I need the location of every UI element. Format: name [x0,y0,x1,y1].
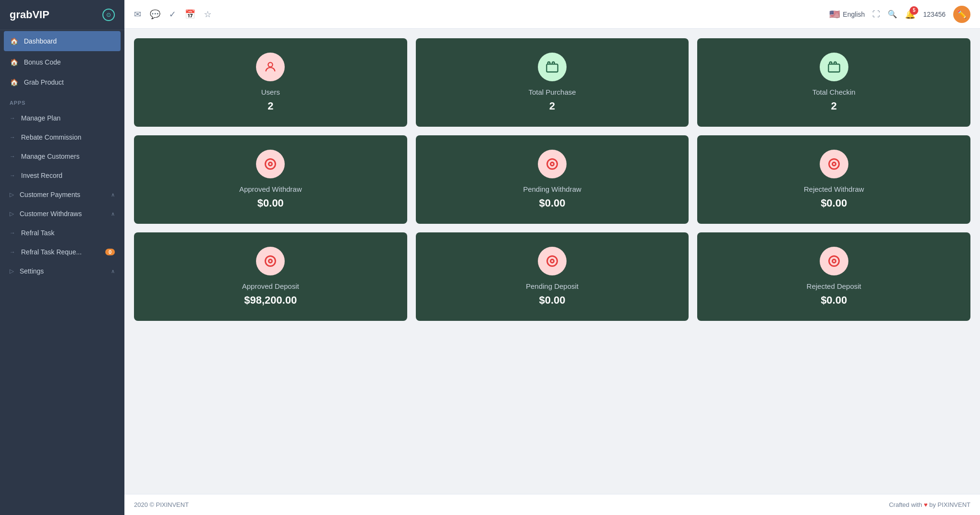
svg-point-8 [832,163,835,166]
user-avatar[interactable]: ✏️ [953,6,970,23]
copyright: 2020 © PIXINVENT [134,501,189,508]
sidebar-item-grab-product-label: Grab Product [24,78,64,86]
approved-deposit-value: $98,200.00 [244,294,297,307]
play-icon-settings: ▷ [10,268,14,274]
crafted-by-name: by PIXINVENT [929,501,970,508]
sidebar-item-invest-label: Invest Record [21,172,62,179]
sidebar-item-dashboard[interactable]: 🏠 Dashboard [4,31,121,51]
sidebar-item-refral-task[interactable]: → Refral Task [0,223,124,242]
svg-rect-2 [828,64,839,72]
notification-bell[interactable]: 🔔 5 [905,9,915,20]
stat-card-pending-withdraw: Pending Withdraw $0.00 [416,135,689,224]
footer: 2020 © PIXINVENT Crafted with ♥ by PIXIN… [124,494,980,515]
sidebar-item-manage-plan-label: Manage Plan [21,114,61,122]
svg-point-10 [269,260,272,263]
rejected-deposit-label: Rejected Deposit [807,282,861,290]
sidebar: grabVIP ⊙ 🏠 Dashboard 🏠 Bonus Code 🏠 Gra… [0,0,124,515]
chevron-withdraws: ∧ [111,211,115,217]
play-icon-withdraws: ▷ [10,210,14,217]
sidebar-item-refral-label: Refral Task [21,229,55,237]
stat-card-total-purchase: Total Purchase 2 [416,38,689,127]
sidebar-item-manage-plan[interactable]: → Manage Plan [0,109,124,128]
chevron-payments: ∧ [111,192,115,198]
stat-card-approved-withdraw: Approved Withdraw $0.00 [134,135,407,224]
purchase-icon-circle [538,53,567,81]
sidebar-item-customer-withdraws-label: Customer Withdraws [20,210,82,218]
header-icons: ✉ 💬 ✓ 📅 ☆ [134,9,822,20]
approved-withdraw-value: $0.00 [257,197,284,209]
pending-withdraw-value: $0.00 [539,197,565,209]
sidebar-item-rebate-label: Rebate Commission [21,133,81,141]
users-label: Users [261,88,280,96]
sidebar-item-customer-payments[interactable]: ▷ Customer Payments ∧ [0,185,124,204]
sidebar-item-rebate-commission[interactable]: → Rebate Commission [0,128,124,147]
chat-icon[interactable]: 💬 [150,9,160,20]
users-value: 2 [267,100,273,112]
stat-card-rejected-withdraw: Rejected Withdraw $0.00 [697,135,970,224]
svg-point-4 [269,163,272,166]
rejected-withdraw-value: $0.00 [821,197,847,209]
sidebar-item-refral-req-label: Refral Task Reque... [21,248,82,256]
approved-deposit-icon [256,247,285,275]
heart-icon: ♥ [924,501,929,508]
home-icon-3: 🏠 [10,78,18,87]
calendar-icon[interactable]: 📅 [185,9,195,20]
search-icon[interactable]: 🔍 [888,10,897,19]
purchase-label: Total Purchase [528,88,576,96]
stats-grid-row2: Approved Withdraw $0.00 Pending Withdraw… [134,135,970,224]
home-icon-2: 🏠 [10,58,18,66]
play-icon-payments: ▷ [10,191,14,198]
checkin-value: 2 [831,100,837,112]
fullscreen-icon[interactable]: ⛶ [872,10,880,19]
language-label: English [843,11,865,18]
sidebar-item-manage-customers[interactable]: → Manage Customers [0,147,124,166]
pending-deposit-label: Pending Deposit [526,282,579,290]
home-icon: 🏠 [10,37,18,45]
star-icon[interactable]: ☆ [204,9,212,20]
approved-withdraw-label: Approved Withdraw [239,185,302,193]
stats-grid-row3: Approved Deposit $98,200.00 Pending Depo… [134,232,970,321]
pending-withdraw-label: Pending Withdraw [523,185,581,193]
arrow-icon-refral-req: → [10,249,15,255]
arrow-icon-invest: → [10,172,15,179]
stat-card-pending-deposit: Pending Deposit $0.00 [416,232,689,321]
arrow-icon-rebate: → [10,134,15,141]
svg-point-7 [829,159,839,169]
sidebar-item-grab-product[interactable]: 🏠 Grab Product [0,72,124,92]
apps-section-label: APPS [0,92,124,109]
checkin-icon-circle [820,53,848,81]
crafted-by: Crafted with ♥ by PIXINVENT [889,501,970,508]
crafted-text: Crafted with [889,501,922,508]
svg-point-14 [832,260,835,263]
sidebar-logo: grabVIP ⊙ [0,0,124,30]
stat-card-total-checkin: Total Checkin 2 [697,38,970,127]
purchase-value: 2 [549,100,555,112]
stat-card-users: Users 2 [134,38,407,127]
sidebar-item-settings-label: Settings [20,267,44,275]
approved-deposit-label: Approved Deposit [242,282,299,290]
refral-req-badge: 0 [105,249,115,255]
flag-icon: 🇺🇸 [829,9,840,20]
rejected-withdraw-label: Rejected Withdraw [804,185,864,193]
pending-deposit-icon [538,247,567,275]
language-selector[interactable]: 🇺🇸 English [829,9,865,20]
sidebar-item-settings[interactable]: ▷ Settings ∧ [0,262,124,281]
arrow-icon-manage-customers: → [10,153,15,160]
header-right: 🇺🇸 English ⛶ 🔍 🔔 5 123456 ✏️ [829,6,970,23]
user-id: 123456 [923,11,946,18]
sidebar-item-dashboard-label: Dashboard [24,37,57,45]
rejected-deposit-icon [820,247,848,275]
sidebar-item-invest-record[interactable]: → Invest Record [0,166,124,185]
notification-badge: 5 [910,6,918,15]
sidebar-item-refral-task-request[interactable]: → Refral Task Reque... 0 [0,242,124,262]
pending-deposit-value: $0.00 [539,294,565,307]
svg-point-5 [547,159,557,169]
sidebar-item-bonus-code[interactable]: 🏠 Bonus Code [0,52,124,72]
sidebar-item-manage-customers-label: Manage Customers [21,153,79,160]
svg-point-11 [547,256,557,266]
sidebar-item-customer-withdraws[interactable]: ▷ Customer Withdraws ∧ [0,204,124,223]
svg-point-3 [266,159,276,169]
stat-card-approved-deposit: Approved Deposit $98,200.00 [134,232,407,321]
check-icon[interactable]: ✓ [169,9,176,20]
mail-icon[interactable]: ✉ [134,9,141,20]
